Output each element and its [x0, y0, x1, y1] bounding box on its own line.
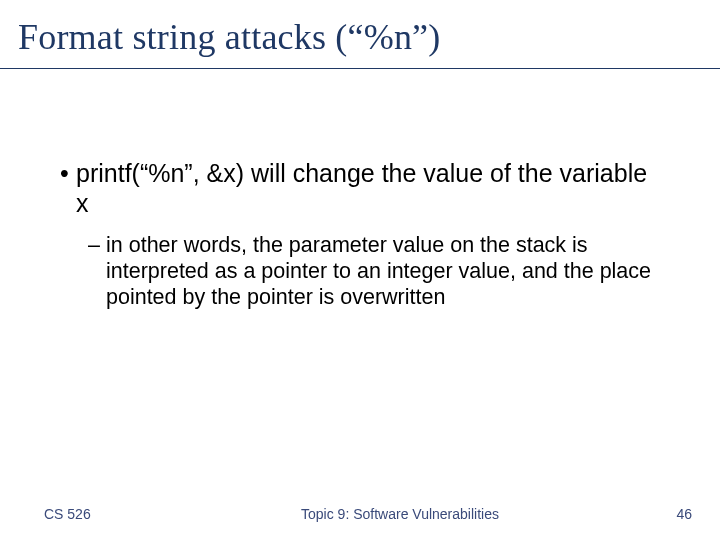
slide-footer: CS 526 Topic 9: Software Vulnerabilities… — [0, 506, 720, 522]
slide-body: • printf(“%n”, &x) will change the value… — [0, 69, 720, 311]
slide-title: Format string attacks (“%n”) — [0, 0, 720, 68]
bullet-dot-icon: • — [60, 159, 76, 189]
bullet-l1-text: printf(“%n”, &x) will change the value o… — [76, 159, 660, 218]
bullet-dash-icon: – — [88, 232, 106, 258]
bullet-l2-text: in other words, the parameter value on t… — [106, 232, 660, 311]
footer-topic: Topic 9: Software Vulnerabilities — [200, 506, 660, 522]
bullet-level-2: – in other words, the parameter value on… — [88, 232, 660, 311]
footer-page-number: 46 — [660, 506, 720, 522]
bullet-level-1: • printf(“%n”, &x) will change the value… — [60, 159, 660, 218]
footer-course: CS 526 — [0, 506, 200, 522]
slide: Format string attacks (“%n”) • printf(“%… — [0, 0, 720, 540]
